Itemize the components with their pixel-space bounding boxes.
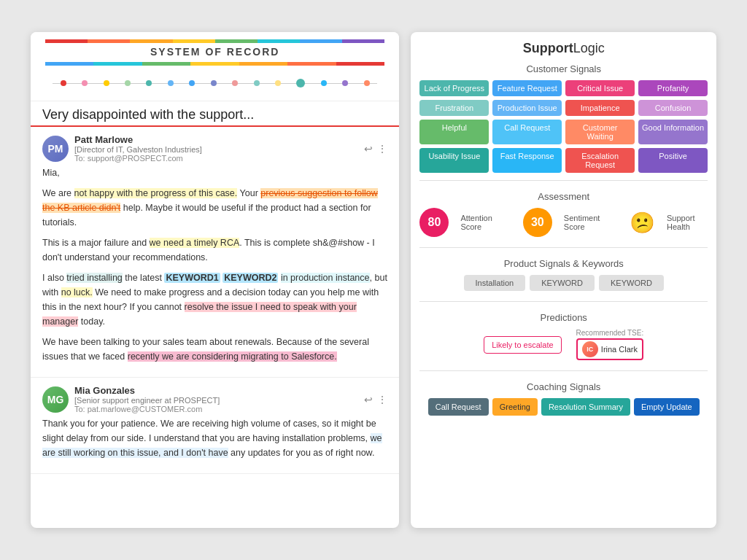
email-panel: SYSTEM OF RECORD <box>31 32 399 528</box>
coaching-title: Coaching Signals <box>419 381 708 392</box>
assessment-row: 80 Attention Score 30 Sentiment Score 😕 … <box>419 208 708 237</box>
assessment-section: Assessment 80 Attention Score 30 Sentime… <box>419 187 708 241</box>
email-thread-1: PM Patt Marlowe [Director of IT, Galvest… <box>31 127 399 378</box>
signal-confusion[interactable]: Confusion <box>638 100 708 116</box>
brand-title: SupportLogic <box>419 41 708 56</box>
email-actions-2[interactable]: ↩ ⋮ <box>364 394 387 405</box>
tse-name: Irina Clark <box>601 345 638 354</box>
avatar-1: PM <box>42 136 69 162</box>
divider-4 <box>419 370 708 371</box>
more-icon-2[interactable]: ⋮ <box>377 394 387 405</box>
escalate-tag[interactable]: Likely to escalate <box>484 336 561 354</box>
sender-name-2: Mia Gonzales <box>74 385 358 396</box>
sender-name-1: Patt Marlowe <box>74 134 358 145</box>
email-body-1: Mia, We are not happy with the progress … <box>42 166 387 364</box>
timeline-title: SYSTEM OF RECORD <box>45 46 384 58</box>
email-meta-1: PM Patt Marlowe [Director of IT, Galvest… <box>42 134 387 163</box>
health-face-icon: 😕 <box>630 211 655 235</box>
signal-production-issue[interactable]: Production Issue <box>492 100 562 116</box>
assessment-title: Assessment <box>419 191 708 202</box>
email-body-2: Thank you for your patience. We are rece… <box>42 416 387 460</box>
signal-frustration[interactable]: Frustration <box>419 100 489 116</box>
timeline-header: SYSTEM OF RECORD <box>31 32 399 101</box>
highlight-production: in production instance <box>281 273 370 283</box>
divider-2 <box>419 247 708 248</box>
signal-helpful[interactable]: Helpful <box>419 120 489 144</box>
more-icon[interactable]: ⋮ <box>377 143 387 155</box>
attention-score-circle: 80 <box>419 208 449 237</box>
divider-1 <box>419 180 708 181</box>
signal-usability-issue[interactable]: Usability Issue <box>419 148 489 173</box>
coaching-section: Coaching Signals Call Request Greeting R… <box>419 377 708 420</box>
sender-info-1: Patt Marlowe [Director of IT, Galveston … <box>74 134 358 163</box>
attention-score-label: Attention Score <box>460 214 502 231</box>
email-to-2: To: pat.marlowe@CUSTOMER.com <box>74 405 358 413</box>
signal-customer-waiting[interactable]: Customer Waiting <box>565 120 635 144</box>
recommended-tse: Recommended TSE: IC Irina Clark <box>576 329 644 360</box>
highlight-migrating: recently we are considering migrating to… <box>128 351 337 362</box>
predictions-title: Predictions <box>419 312 708 323</box>
signal-feature-request[interactable]: Feature Request <box>492 80 562 96</box>
email-thread-2: MG Mia Gonzales [Senior support engineer… <box>31 378 399 474</box>
reply-icon[interactable]: ↩ <box>364 143 373 155</box>
sentiment-score-circle: 30 <box>523 208 552 237</box>
recommended-tse-label: Recommended TSE: <box>576 329 644 337</box>
coaching-row: Call Request Greeting Resolution Summary… <box>419 398 708 416</box>
keyword-row: Installation KEYWORD KEYWORD <box>419 275 708 291</box>
coaching-resolution-summary[interactable]: Resolution Summary <box>541 398 630 416</box>
email-meta-2: MG Mia Gonzales [Senior support engineer… <box>42 385 387 413</box>
signal-profanity[interactable]: Profanity <box>638 80 708 96</box>
signal-call-request[interactable]: Call Request <box>492 120 562 144</box>
highlight-no-luck: no luck. <box>61 287 93 298</box>
brand-logic: Logic <box>573 41 605 55</box>
email-subject: Very disappointed with the support... <box>31 101 399 127</box>
avatar-2: MG <box>42 386 69 413</box>
coaching-greeting[interactable]: Greeting <box>492 398 538 416</box>
signal-good-information[interactable]: Good Information <box>638 120 708 144</box>
predictions-section: Predictions Likely to escalate Recommend… <box>419 308 708 365</box>
signal-lack-of-progress[interactable]: Lack of Progress <box>419 80 489 96</box>
divider-3 <box>419 301 708 302</box>
sender-company-1: [Director of IT, Galveston Industries] <box>74 145 358 154</box>
keyword1-tag: KEYWORD1 <box>164 273 220 283</box>
signals-grid: Lack of Progress Feature Request Critica… <box>419 80 708 173</box>
timeline-dots <box>53 69 377 98</box>
coaching-call-request[interactable]: Call Request <box>428 398 489 416</box>
highlight-installing: tried installing <box>66 273 122 283</box>
email-content: PM Patt Marlowe [Director of IT, Galvest… <box>31 127 399 528</box>
brand-support: Support <box>523 41 573 55</box>
highlight-resolve: resolve the issue I need to speak with y… <box>42 302 357 327</box>
tse-avatar: IC <box>582 341 598 357</box>
keyword-installation[interactable]: Installation <box>464 275 526 291</box>
signal-critical-issue[interactable]: Critical Issue <box>565 80 635 96</box>
product-signals-title: Product Signals & Keywords <box>419 258 708 269</box>
signal-impatience[interactable]: Impatience <box>565 100 635 116</box>
predictions-inner: Likely to escalate Recommended TSE: IC I… <box>419 329 708 360</box>
highlight-rca: we need a timely RCA <box>150 238 240 248</box>
signal-escalation-request[interactable]: Escalation Request <box>565 148 635 173</box>
reply-icon-2[interactable]: ↩ <box>364 394 373 405</box>
supportlogic-panel: SupportLogic Customer Signals Lack of Pr… <box>411 32 716 528</box>
highlight-not-happy: not happy with the progress of this case… <box>74 188 238 198</box>
signal-fast-response[interactable]: Fast Response <box>492 148 562 173</box>
customer-signals-title: Customer Signals <box>419 63 708 74</box>
product-signals-section: Product Signals & Keywords Installation … <box>419 254 708 295</box>
keyword2-tag: KEYWORD2 <box>222 273 278 283</box>
sentiment-score-label: Sentiment Score <box>564 214 609 231</box>
coaching-empty-update[interactable]: Empty Update <box>634 398 700 416</box>
highlight-still-working: we are still working on this issue, and … <box>42 433 382 458</box>
keyword-2[interactable]: KEYWORD <box>599 275 664 291</box>
sender-info-2: Mia Gonzales [Senior support engineer at… <box>74 385 358 413</box>
tse-box[interactable]: IC Irina Clark <box>576 338 643 360</box>
keyword-1[interactable]: KEYWORD <box>530 275 595 291</box>
email-to-1: To: support@PROSPECT.com <box>74 154 358 163</box>
signal-positive[interactable]: Positive <box>638 148 708 173</box>
sender-company-2: [Senior support engineer at PROSPECT] <box>74 396 358 405</box>
email-actions-1[interactable]: ↩ ⋮ <box>364 143 387 155</box>
health-label: Support Health <box>667 214 708 231</box>
